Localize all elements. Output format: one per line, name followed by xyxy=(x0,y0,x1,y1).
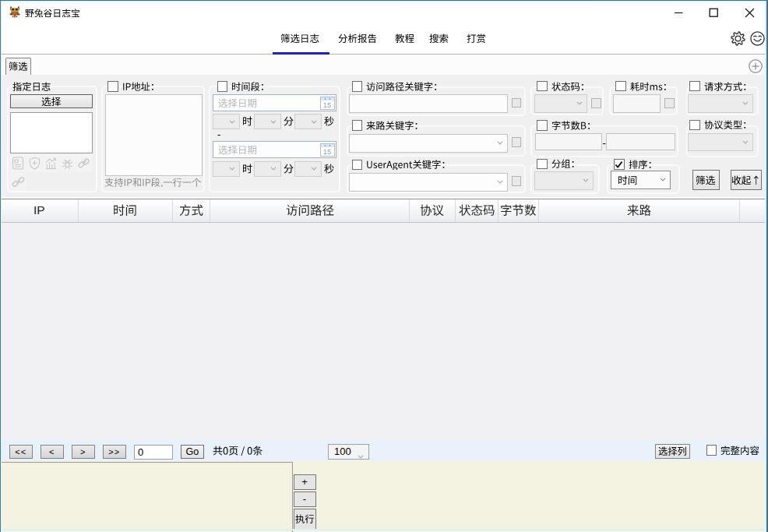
nav-tab-1[interactable]: 分析报告 xyxy=(338,30,377,46)
collapse-button-label: 收起↑ xyxy=(731,175,761,185)
table-header-label: 访问路径 xyxy=(286,204,334,217)
command-area: + - 执行 xyxy=(1,461,766,532)
table-header-col[interactable]: 状态码 xyxy=(456,199,499,222)
start-second-dropdown[interactable] xyxy=(294,114,322,129)
elapsed-ms-label-row: 耗时ms： xyxy=(615,81,672,92)
end-minute-dropdown[interactable] xyxy=(254,161,281,177)
full-content-checkbox[interactable] xyxy=(706,445,717,456)
remove-button[interactable]: - xyxy=(294,491,316,507)
useragent-keyword-more-button[interactable] xyxy=(512,176,521,186)
protocol-label-row: 协议类型： xyxy=(689,120,752,131)
path-keyword-checkbox[interactable] xyxy=(352,81,363,92)
log-tool-link-icon[interactable] xyxy=(76,154,92,172)
referer-keyword-combo[interactable] xyxy=(349,134,508,153)
useragent-keyword-label-row: UserAgent关键字： xyxy=(352,160,451,171)
prev-page-button[interactable]: < xyxy=(41,445,64,459)
close-button[interactable] xyxy=(730,1,766,24)
status-code-more-button[interactable] xyxy=(591,98,601,108)
bytes-min-input[interactable] xyxy=(535,133,603,150)
filter-button[interactable]: 筛选 xyxy=(692,170,720,190)
start-minute-label: 分 xyxy=(284,116,294,126)
calendar-day: 15 xyxy=(320,147,335,156)
group-by-checkbox[interactable] xyxy=(537,159,548,170)
end-hour-dropdown[interactable] xyxy=(213,161,240,177)
ip-label: IP地址： xyxy=(122,82,160,91)
table-header-label: 来路 xyxy=(627,204,651,217)
useragent-keyword-checkbox[interactable] xyxy=(352,160,363,171)
table-header-col[interactable]: 方式 xyxy=(173,199,210,222)
request-method-dropdown[interactable] xyxy=(688,94,753,113)
path-keyword-more-button[interactable] xyxy=(512,98,521,108)
status-code-checkbox[interactable] xyxy=(537,81,548,92)
nav-tab-3[interactable]: 搜索 xyxy=(429,30,449,46)
chevron-down-icon xyxy=(576,101,583,105)
log-listbox[interactable] xyxy=(10,112,93,153)
protocol-label: 协议类型： xyxy=(704,120,752,129)
elapsed-ms-input[interactable] xyxy=(613,94,661,113)
table-header-col[interactable]: 字节数 xyxy=(498,199,539,222)
start-minute-dropdown[interactable] xyxy=(254,114,281,129)
last-page-button[interactable]: >> xyxy=(103,445,126,459)
referer-keyword-checkbox[interactable] xyxy=(352,120,363,131)
execute-button[interactable]: 执行 xyxy=(294,509,316,530)
page-number-input[interactable]: 0 xyxy=(134,445,173,460)
log-tool-spider-icon[interactable] xyxy=(60,154,76,172)
request-method-label: 请求方式： xyxy=(704,82,752,91)
elapsed-ms-checkbox[interactable] xyxy=(615,81,626,92)
request-method-checkbox[interactable] xyxy=(689,81,700,92)
bytes-max-input[interactable] xyxy=(606,133,676,150)
table-body[interactable] xyxy=(1,223,766,440)
add-tab-icon[interactable] xyxy=(749,59,763,76)
referer-keyword-label-row: 来路关键字： xyxy=(352,120,424,131)
start-date-input[interactable]: 选择日期15 xyxy=(213,94,336,111)
maximize-button[interactable] xyxy=(694,1,730,24)
sort-dropdown[interactable]: 时间 xyxy=(611,171,671,189)
minimize-button[interactable] xyxy=(658,1,694,24)
smiley-icon[interactable] xyxy=(750,31,765,49)
first-page-button[interactable]: << xyxy=(9,445,33,459)
go-button[interactable]: Go xyxy=(181,445,204,460)
useragent-keyword-combo[interactable] xyxy=(349,173,508,192)
bytes-checkbox[interactable] xyxy=(537,120,548,131)
log-tool-chart-icon[interactable] xyxy=(43,154,58,172)
collapse-button[interactable]: 收起↑ xyxy=(731,170,763,190)
status-code-dropdown[interactable] xyxy=(534,94,588,113)
titlebar[interactable]: 野兔谷日志宝 xyxy=(1,1,766,24)
ip-textarea[interactable] xyxy=(105,94,203,176)
request-method-label-row: 请求方式： xyxy=(689,81,752,92)
log-tool-shield-plus-icon[interactable] xyxy=(26,154,42,172)
table-header-col[interactable]: IP xyxy=(1,199,79,222)
command-input[interactable] xyxy=(1,462,293,532)
time-range-checkbox[interactable] xyxy=(217,81,228,92)
sort-checkbox[interactable] xyxy=(614,159,625,170)
end-second-dropdown[interactable] xyxy=(294,161,322,177)
calendar-icon[interactable]: 15 xyxy=(320,97,335,110)
table-header-col[interactable]: 协议 xyxy=(410,199,456,222)
nav-tab-0[interactable]: 筛选日志 xyxy=(280,30,319,46)
referer-keyword-more-button[interactable] xyxy=(512,137,521,147)
tab-filter[interactable]: 筛选 xyxy=(5,58,31,75)
table-header-col[interactable]: 时间 xyxy=(79,199,174,222)
log-tool-card-icon[interactable] xyxy=(10,154,26,172)
ip-checkbox[interactable] xyxy=(107,81,118,92)
settings-gear-icon[interactable] xyxy=(731,31,745,49)
page-size-dropdown[interactable]: 100 xyxy=(328,444,369,460)
log-tool-link2-icon[interactable] xyxy=(10,173,26,191)
start-second-label: 秒 xyxy=(324,116,334,126)
group-by-dropdown[interactable] xyxy=(534,171,594,190)
end-date-input[interactable]: 选择日期15 xyxy=(213,141,336,158)
select-log-button[interactable]: 选择 xyxy=(10,94,93,108)
protocol-dropdown[interactable] xyxy=(688,133,753,152)
calendar-icon[interactable]: 15 xyxy=(320,143,335,157)
elapsed-ms-more-button[interactable] xyxy=(664,98,675,108)
select-columns-button[interactable]: 选择列 xyxy=(655,444,690,459)
add-button[interactable]: + xyxy=(294,474,316,490)
nav-tab-4[interactable]: 打赏 xyxy=(467,30,486,46)
start-hour-dropdown[interactable] xyxy=(213,114,240,129)
next-page-button[interactable]: > xyxy=(72,445,95,459)
path-keyword-input[interactable] xyxy=(349,94,508,114)
table-header-col[interactable]: 来路 xyxy=(539,199,740,222)
protocol-checkbox[interactable] xyxy=(689,120,700,131)
nav-tab-2[interactable]: 教程 xyxy=(395,30,414,46)
table-header-col[interactable]: 访问路径 xyxy=(210,199,410,222)
